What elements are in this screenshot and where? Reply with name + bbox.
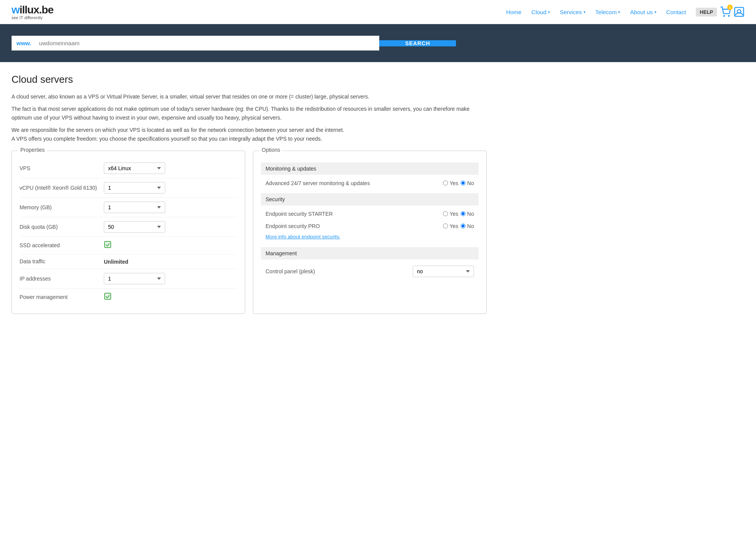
prop-power-value <box>104 292 237 302</box>
prop-vcpu: vCPU (Intel® Xeon® Gold 6130) 1248 <box>20 178 237 198</box>
monitoring-yes-radio[interactable] <box>443 181 448 186</box>
prop-ssd: SSD accelerated <box>20 237 237 254</box>
nav-home[interactable]: Home <box>502 7 525 18</box>
option-monitoring: Advanced 24/7 server monitoring & update… <box>261 177 479 189</box>
section-monitoring: Monitoring & updates <box>261 163 479 175</box>
nav-contact[interactable]: Contact <box>663 7 690 18</box>
option-security-pro: Endpoint security PRO Yes No <box>261 220 479 232</box>
security-starter-yes-label[interactable]: Yes <box>443 211 458 217</box>
svg-rect-4 <box>105 293 111 299</box>
monitoring-no-radio[interactable] <box>461 181 466 186</box>
nav-telecom[interactable]: Telecom ▾ <box>592 7 624 18</box>
security-pro-no-label[interactable]: No <box>461 223 474 229</box>
prop-vps-value: x64 Linux x64 Windows <box>104 163 237 174</box>
prop-disk: Disk quota (GB) 50100200500 <box>20 217 237 237</box>
option-security-starter: Endpoint security STARTER Yes No <box>261 208 479 220</box>
properties-panel: Properties VPS x64 Linux x64 Windows vCP… <box>11 151 245 314</box>
monitoring-no-label[interactable]: No <box>461 180 474 186</box>
prop-ssd-label: SSD accelerated <box>20 242 104 248</box>
intro-p3: We are responsible for the servers on wh… <box>11 126 487 143</box>
mgmt-control-panel: Control panel (plesk) no yes <box>261 262 479 281</box>
power-check-icon <box>104 294 112 302</box>
telecom-arrow-icon: ▾ <box>618 10 620 14</box>
section-management: Management <box>261 247 479 259</box>
security-link-area: More info about endpoint security. <box>261 232 479 243</box>
main-content: Cloud servers A cloud server, also known… <box>0 62 498 325</box>
security-starter-yes-radio[interactable] <box>443 211 448 216</box>
search-input[interactable] <box>36 36 379 50</box>
about-arrow-icon: ▾ <box>654 10 656 14</box>
account-icon <box>734 7 745 17</box>
security-pro-label: Endpoint security PRO <box>266 223 438 229</box>
help-button[interactable]: HELP <box>696 8 717 16</box>
monitoring-radio-group: Yes No <box>443 180 474 186</box>
search-bar: www. SEARCH <box>0 24 756 62</box>
cart-button[interactable]: 1 <box>720 7 731 17</box>
header: willux.be see IT differently Home Cloud … <box>0 0 756 24</box>
ip-select[interactable]: 1234 <box>104 273 165 284</box>
prop-ssd-value <box>104 241 237 250</box>
prop-vps-label: VPS <box>20 165 104 171</box>
svg-point-1 <box>728 15 729 16</box>
options-title: Options <box>259 147 282 153</box>
monitoring-yes-label[interactable]: Yes <box>443 180 458 186</box>
svg-rect-3 <box>105 241 111 248</box>
prop-disk-label: Disk quota (GB) <box>20 224 104 230</box>
properties-title: Properties <box>18 147 47 153</box>
prop-power: Power management <box>20 289 237 306</box>
control-panel-label: Control panel (plesk) <box>266 268 405 274</box>
nav-about-us[interactable]: About us ▾ <box>626 7 660 18</box>
logo-text: willux.be <box>11 4 53 16</box>
main-nav: Home Cloud ▾ Services ▾ Telecom ▾ About … <box>502 7 745 18</box>
page-title: Cloud servers <box>11 74 487 85</box>
vcpu-select[interactable]: 1248 <box>104 182 165 194</box>
control-panel-select[interactable]: no yes <box>413 266 474 277</box>
prop-vcpu-value: 1248 <box>104 182 237 194</box>
cloud-arrow-icon: ▾ <box>548 10 550 14</box>
nav-icons: HELP 1 <box>696 7 745 17</box>
intro-p1: A cloud server, also known as a VPS or V… <box>11 92 487 101</box>
account-button[interactable] <box>734 7 745 17</box>
disk-select[interactable]: 50100200500 <box>104 221 165 233</box>
prop-memory-label: Memory (GB) <box>20 204 104 210</box>
monitoring-label: Advanced 24/7 server monitoring & update… <box>266 180 438 186</box>
vps-select[interactable]: x64 Linux x64 Windows <box>104 163 165 174</box>
intro-p2: The fact is that most server application… <box>11 105 487 122</box>
memory-select[interactable]: 124816 <box>104 202 165 213</box>
security-starter-no-label[interactable]: No <box>461 211 474 217</box>
logo-rest: illux.be <box>20 4 53 16</box>
prop-traffic-value: Unlimited <box>104 258 237 265</box>
ssd-check-icon <box>104 242 112 250</box>
prop-traffic: Data traffic Unlimited <box>20 254 237 269</box>
options-panel: Options Monitoring & updates Advanced 24… <box>253 151 487 314</box>
endpoint-security-link[interactable]: More info about endpoint security. <box>266 234 340 240</box>
cart-badge: 1 <box>727 5 733 10</box>
prop-vps: VPS x64 Linux x64 Windows <box>20 159 237 178</box>
prop-ip-value: 1234 <box>104 273 237 284</box>
search-button[interactable]: SEARCH <box>379 40 456 46</box>
security-starter-radio-group: Yes No <box>443 211 474 217</box>
section-security: Security <box>261 193 479 205</box>
nav-services[interactable]: Services ▾ <box>556 7 589 18</box>
logo-tagline: see IT differently <box>11 15 53 20</box>
security-pro-no-radio[interactable] <box>461 223 466 228</box>
prop-memory: Memory (GB) 124816 <box>20 198 237 217</box>
intro-text: A cloud server, also known as a VPS or V… <box>11 92 487 143</box>
prop-disk-value: 50100200500 <box>104 221 237 233</box>
security-starter-label: Endpoint security STARTER <box>266 211 438 217</box>
prop-ip: IP addresses 1234 <box>20 269 237 289</box>
prop-power-label: Power management <box>20 294 104 300</box>
search-input-wrap: www. <box>11 36 379 51</box>
security-pro-yes-label[interactable]: Yes <box>443 223 458 229</box>
security-pro-radio-group: Yes No <box>443 223 474 229</box>
services-arrow-icon: ▾ <box>584 10 585 14</box>
traffic-text: Unlimited <box>104 259 128 265</box>
svg-point-0 <box>723 15 724 16</box>
security-starter-no-radio[interactable] <box>461 211 466 216</box>
www-label: www. <box>12 36 36 50</box>
nav-cloud[interactable]: Cloud ▾ <box>528 7 554 18</box>
security-pro-yes-radio[interactable] <box>443 223 448 228</box>
panels: Properties VPS x64 Linux x64 Windows vCP… <box>11 151 487 314</box>
prop-ip-label: IP addresses <box>20 276 104 282</box>
prop-vcpu-label: vCPU (Intel® Xeon® Gold 6130) <box>20 185 104 191</box>
